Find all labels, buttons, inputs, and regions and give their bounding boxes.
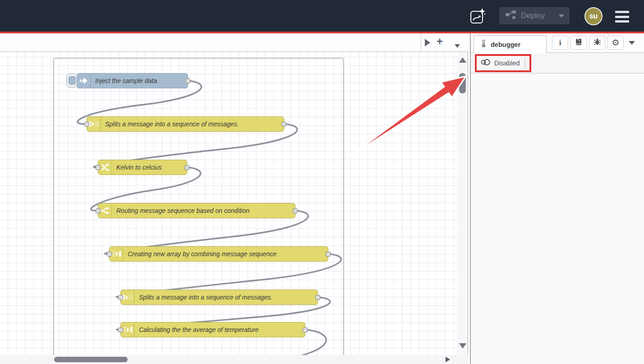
- debug-disabled-button[interactable]: Disabled: [494, 60, 520, 67]
- node-input-port[interactable]: [118, 327, 123, 332]
- scroll-right-icon[interactable]: [446, 357, 450, 362]
- node-label: Creating new array by combining message …: [123, 250, 276, 258]
- node-red-window: Deploy su + Inject the sample dataSplits…: [0, 0, 644, 364]
- node-output-port[interactable]: [281, 122, 286, 127]
- scroll-up-icon[interactable]: [459, 57, 466, 63]
- node-input-port[interactable]: [118, 295, 123, 300]
- inject-trigger-knob: [69, 76, 76, 85]
- main-menu-button[interactable]: [615, 11, 629, 23]
- horizontal-scrollbar[interactable]: [0, 355, 468, 364]
- settings-button[interactable]: ⚙: [607, 36, 624, 50]
- flow-node-split2[interactable]: Splits a message into a sequence of mess…: [120, 290, 318, 305]
- sidebar-menu-caret-icon[interactable]: [629, 41, 635, 45]
- tabbar-divider: [421, 33, 421, 51]
- sidebar: debugger i: [470, 33, 644, 364]
- flow-node-switch1[interactable]: Routing message sequence based on condit…: [98, 203, 295, 218]
- avatar-initials: su: [589, 12, 598, 20]
- deploy-button[interactable]: Deploy: [499, 7, 570, 24]
- sidebar-tabbar: debugger i: [471, 33, 644, 53]
- book-icon: [575, 38, 582, 47]
- tab-debugger-label: debugger: [491, 41, 520, 48]
- node-output-port[interactable]: [315, 295, 320, 300]
- user-avatar[interactable]: su: [584, 7, 603, 25]
- help-button[interactable]: [570, 36, 587, 50]
- node-label: Routing message sequence based on condit…: [112, 207, 249, 214]
- flow-canvas[interactable]: Inject the sample dataSplits a message i…: [0, 52, 457, 355]
- node-output-port[interactable]: [184, 165, 189, 170]
- add-flow-button[interactable]: +: [437, 35, 443, 48]
- flow-list-button[interactable]: [455, 41, 460, 50]
- ai-flow-icon[interactable]: [469, 7, 487, 26]
- bug-icon: [593, 38, 601, 47]
- node-output-port[interactable]: [326, 252, 331, 257]
- flow-node-join1[interactable]: Creating new array by combining message …: [109, 246, 328, 262]
- debug-messages-button[interactable]: [589, 36, 605, 50]
- tab-debugger[interactable]: debugger: [474, 35, 547, 53]
- horizontal-scrollbar-thumb[interactable]: [54, 357, 128, 362]
- node-output-port[interactable]: [303, 327, 308, 332]
- node-label: Calculating the the average of temperatu…: [134, 326, 258, 333]
- deploy-label: Deploy: [521, 11, 559, 20]
- node-label: Splits a message into a sequence of mess…: [101, 120, 239, 128]
- debug-message-pane: [471, 74, 644, 364]
- node-label: Inject the sample data: [91, 77, 157, 84]
- deploy-icon: [506, 10, 516, 21]
- vertical-scrollbar-thumb[interactable]: [459, 73, 466, 93]
- info-button[interactable]: i: [552, 36, 568, 50]
- debug-sidebar-toolbar: Disabled: [471, 53, 644, 74]
- scroll-tabs-right-button[interactable]: [424, 39, 430, 48]
- node-label: Kelvin to celcius: [112, 164, 161, 171]
- node-output-port[interactable]: [293, 208, 298, 213]
- node-input-port[interactable]: [84, 122, 89, 127]
- app-header: Deploy su: [0, 0, 644, 32]
- header-accent-line: [0, 32, 644, 33]
- node-input-port[interactable]: [96, 165, 101, 170]
- highlight-box: Disabled: [475, 54, 531, 72]
- hamburger-icon: [615, 11, 629, 13]
- flow-node-change1[interactable]: Kelvin to celcius: [98, 160, 187, 175]
- flask-icon: [480, 40, 487, 49]
- flow-node-inject1[interactable]: Inject the sample data: [77, 73, 188, 88]
- scroll-down-icon[interactable]: [459, 343, 466, 349]
- flow-node-split1[interactable]: Splits a message into a sequence of mess…: [87, 116, 284, 132]
- toolbar-divider: [525, 58, 525, 69]
- workspace-tabbar: +: [0, 33, 468, 52]
- gear-icon: ⚙: [612, 38, 619, 47]
- vertical-scrollbar[interactable]: [457, 52, 468, 355]
- inject-icon: [77, 74, 91, 88]
- node-output-port[interactable]: [185, 78, 190, 83]
- node-input-port[interactable]: [107, 252, 112, 257]
- node-input-port[interactable]: [96, 208, 101, 213]
- toggle-off-icon: [481, 58, 491, 68]
- caret-down-icon[interactable]: [559, 14, 564, 18]
- flow-node-join2[interactable]: Calculating the the average of temperatu…: [120, 322, 305, 337]
- node-label: Splits a message into a sequence of mess…: [134, 294, 273, 301]
